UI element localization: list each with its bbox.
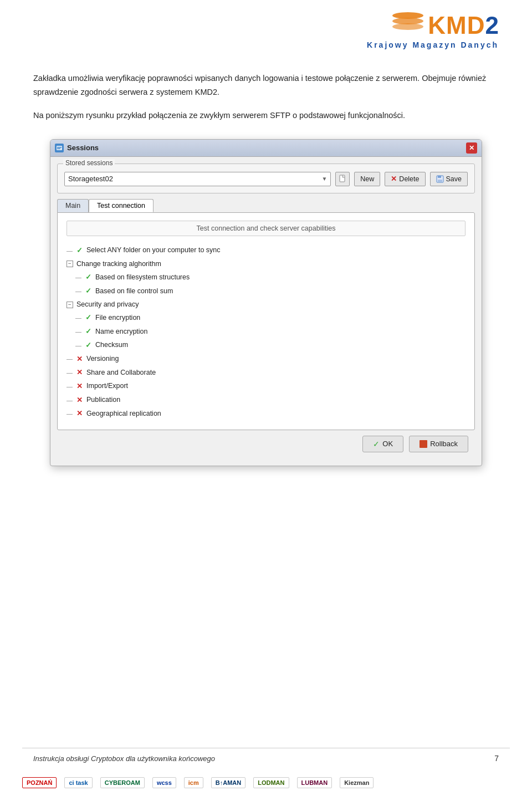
sessions-dialog: Sessions ✕ Stored sessions Storagetest02… [50,139,482,466]
cap-text: Share and Collaborate [86,366,156,380]
tree-branch-icon: — [75,285,83,297]
list-item: — ✓ Based on filesystem structures [66,271,466,284]
x-icon: ✕ [76,366,84,380]
list-item: — ✓ Checksum [66,339,466,353]
list-item: — ✓ Select ANY folder on your computer t… [66,244,466,258]
check-icon: ✓ [85,325,93,339]
x-icon: ✕ [76,353,84,366]
list-item: — ✓ Name encryption [66,325,466,339]
delete-button[interactable]: ✕ Delete [385,172,425,186]
footer-page-number: 7 [494,754,499,763]
tab-main-label: Main [65,202,80,210]
rollback-icon [420,440,427,448]
dialog-wrapper: Sessions ✕ Stored sessions Storagetest02… [33,139,499,466]
new-doc-icon [338,175,347,183]
x-icon: ✕ [76,380,84,394]
logo-kmd2: KMD 2 [391,10,499,40]
cap-text: Checksum [95,339,128,352]
logo-kmd2-text: KMD 2 [428,12,499,39]
x-icon: ✕ [76,394,84,407]
tree-branch-icon: — [66,367,74,379]
tabs-row: Main Test connection [57,199,475,212]
kmd2-icon [391,10,424,40]
tab-test-connection[interactable]: Test connection [89,199,154,212]
delete-icon: ✕ [391,175,397,183]
check-icon: ✓ [85,284,93,298]
tree-branch-icon: — [66,395,74,406]
test-connection-header: Test connection and check server capabil… [66,221,466,236]
tree-branch-icon: — [66,245,74,257]
x-icon: ✕ [76,407,84,421]
delete-button-label: Delete [399,175,419,183]
tree-branch-icon: — [66,353,74,365]
new-button[interactable]: New [354,172,380,186]
tab-test-label: Test connection [97,202,145,210]
stored-sessions-group: Stored sessions Storagetest02 ▼ [57,164,475,193]
svg-point-2 [392,23,423,30]
intro-paragraph: Zakładka umożliwia weryfikację poprawnoś… [33,72,499,99]
tab-main[interactable]: Main [57,199,89,212]
dialog-title-left: Sessions [55,144,99,152]
rollback-button[interactable]: Rollback [409,436,468,452]
tree-branch-icon: — [75,272,83,283]
logo-wcss: wcss [152,777,176,788]
cap-text: Import/Export [86,380,128,393]
cap-text: Change tracking alghorithm [76,258,161,271]
dialog-title-icon [55,144,64,152]
logo-icm: icm [184,777,203,788]
new-button-label: New [360,175,374,183]
ok-button-label: OK [382,440,393,448]
check-icon: ✓ [85,339,93,353]
logo-lubman: LUBMAN [297,777,332,788]
dialog-titlebar: Sessions ✕ [50,140,482,157]
stored-sessions-label: Stored sessions [63,159,115,167]
list-item: — ✕ Geographical replication [66,407,466,421]
session-dropdown[interactable]: Storagetest02 ▼ [64,172,331,186]
logo-num: 2 [485,12,499,39]
stored-sessions-row: Storagetest02 ▼ New [64,172,468,186]
logo-kmd: KMD [428,12,485,39]
tree-branch-icon: — [66,408,74,420]
cap-text: Security and privacy [76,298,139,312]
rollback-button-label: Rollback [430,440,458,448]
footer-content: Instrukcja obsługi Cryptobox dla użytkow… [0,748,532,774]
cap-text: File encryption [95,312,140,325]
tree-branch-icon: — [75,326,83,338]
dialog-body: Stored sessions Storagetest02 ▼ [50,157,482,466]
svg-rect-5 [57,147,62,148]
main-content: Zakładka umożliwia weryfikację poprawnoś… [0,55,532,477]
tab-content-test: Test connection and check server capabil… [57,212,475,430]
dropdown-arrow-icon: ▼ [321,176,327,182]
close-button[interactable]: ✕ [466,142,477,154]
check-icon: ✓ [85,271,93,284]
tree-branch-icon: — [75,312,83,324]
ok-icon: ✓ [373,440,380,448]
list-item: — ✕ Publication [66,394,466,407]
tree-branch-icon: — [66,381,74,392]
tree-minus-icon: − [66,261,73,267]
page-footer: Instrukcja obsługi Cryptobox dla użytkow… [0,748,532,796]
logo-poznan: POZNAŃ [22,777,57,788]
logo-cyberoam: CYBEROAM [100,777,145,788]
new-doc-button[interactable] [335,172,350,186]
save-icon [436,175,444,183]
save-button-label: Save [446,175,462,183]
dialog-title-text: Sessions [67,144,99,152]
check-icon: ✓ [76,244,84,258]
tree-minus-icon: − [66,302,73,308]
logo-lodman: LODMAN [253,777,289,788]
session-value: Storagetest02 [68,175,113,183]
header: KMD 2 Krajowy Magazyn Danych [0,0,532,55]
cap-text: Select ANY folder on your computer to sy… [86,244,221,257]
logo-citask: ci task [64,777,92,788]
list-item: − Change tracking alghorithm [66,258,466,271]
save-button[interactable]: Save [430,172,468,186]
cap-text: Name encryption [95,325,148,339]
capabilities-list: — ✓ Select ANY folder on your computer t… [66,244,466,421]
logo-area: KMD 2 Krajowy Magazyn Danych [367,10,499,49]
cap-text: Based on filesystem structures [95,271,190,284]
intro-paragraph2: Na poniższym rysunku przykład połączenia… [33,109,499,123]
ok-button[interactable]: ✓ OK [362,436,403,452]
cap-text: Versioning [86,353,119,366]
dialog-footer: ✓ OK Rollback [57,430,475,459]
